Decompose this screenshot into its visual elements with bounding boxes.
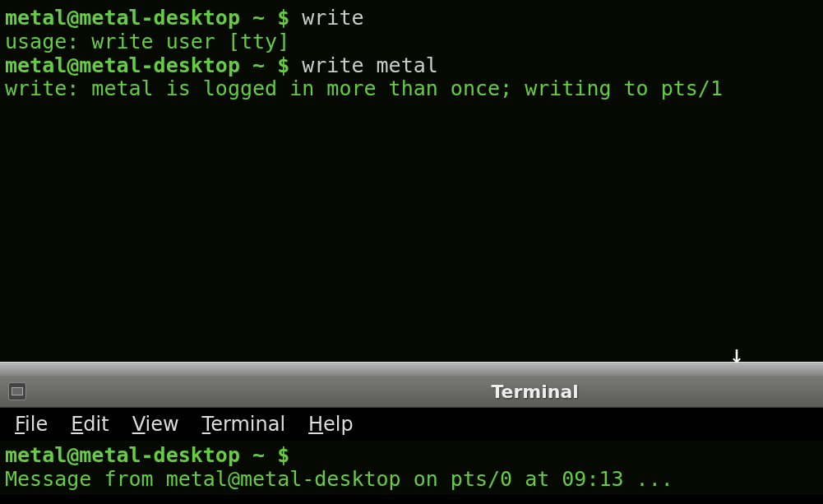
terminal-line: metal@metal-desktop ~ $ write bbox=[5, 7, 818, 30]
terminal-line: metal@metal-desktop ~ $ bbox=[5, 444, 818, 468]
menu-help[interactable]: Help bbox=[308, 413, 354, 436]
prompt-dollar: $ bbox=[277, 53, 302, 77]
window-titlebar[interactable]: Terminal bbox=[0, 375, 823, 408]
menu-edit[interactable]: Edit bbox=[71, 413, 109, 436]
menubar: File Edit View Terminal Help bbox=[0, 408, 823, 441]
top-terminal-pane[interactable]: metal@metal-desktop ~ $ write usage: wri… bbox=[0, 0, 823, 362]
command-text: write bbox=[302, 6, 363, 30]
prompt-path: ~ bbox=[252, 6, 277, 30]
window-title: Terminal bbox=[491, 381, 578, 402]
prompt-user-host: metal@metal-desktop bbox=[5, 53, 252, 77]
terminal-output: Message from metal@metal-desktop on pts/… bbox=[5, 468, 818, 492]
command-text: write metal bbox=[302, 53, 438, 77]
menu-view[interactable]: View bbox=[132, 413, 179, 436]
menu-file[interactable]: File bbox=[15, 413, 48, 436]
window-resize-divider[interactable]: ↓ bbox=[0, 362, 823, 375]
prompt-path: ~ bbox=[252, 443, 277, 467]
terminal-line: metal@metal-desktop ~ $ write metal bbox=[5, 54, 818, 78]
prompt-dollar: $ bbox=[277, 443, 289, 467]
terminal-app-icon bbox=[8, 382, 26, 400]
terminal-output: usage: write user [tty] bbox=[5, 30, 818, 54]
bottom-terminal-pane[interactable]: metal@metal-desktop ~ $ Message from met… bbox=[0, 441, 823, 495]
prompt-user-host: metal@metal-desktop bbox=[5, 443, 252, 467]
prompt-dollar: $ bbox=[277, 6, 302, 30]
prompt-user-host: metal@metal-desktop bbox=[5, 6, 252, 30]
download-arrow-icon: ↓ bbox=[729, 340, 744, 368]
prompt-path: ~ bbox=[252, 53, 277, 77]
terminal-output: write: metal is logged in more than once… bbox=[5, 77, 818, 101]
menu-terminal[interactable]: Terminal bbox=[202, 413, 285, 436]
